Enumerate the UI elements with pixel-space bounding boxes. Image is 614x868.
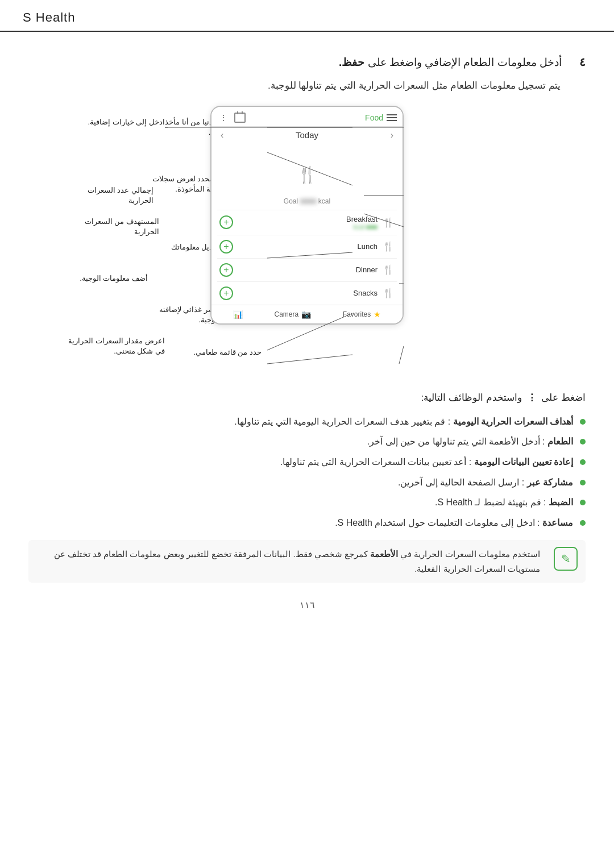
functions-title-suffix: واستخدم الوظائف التالية:: [421, 392, 522, 403]
camera-icon: 📷: [301, 310, 311, 319]
list-item-normal-1: : قم بتغيير هدف السعرات الحرارية اليومية…: [234, 417, 450, 426]
dinner-add-btn[interactable]: +: [219, 263, 233, 277]
meal-row-left-snacks: 🍴 Snacks: [353, 288, 395, 298]
lunch-name: Lunch: [358, 242, 377, 251]
bullet-dot-3: [580, 459, 586, 465]
list-item-bold-2: الطعام: [547, 437, 573, 446]
step-number: ٤: [570, 55, 586, 69]
list-item-daily-goals: أهداف السعرات الحرارية اليومية : قم بتغي…: [28, 414, 586, 429]
goal-kcal-blurred: ■■■■: [300, 197, 317, 205]
diagram-container: اعرض النقاط الدنيا من أنا مأخذ السعرات ا…: [45, 106, 569, 373]
list-item-bold-4: مشاركة عبر: [527, 477, 573, 487]
more-options-icon[interactable]: ⋮: [217, 111, 230, 124]
app-bar-title: Food: [365, 113, 383, 122]
camera-btn[interactable]: 📷 Camera: [275, 310, 312, 319]
bottom-bar: ★ Favorites 📷 Camera 📊: [211, 305, 403, 323]
utensil-icon: 🍴: [297, 165, 317, 184]
list-item-normal-2: : أدخل الأطعمة التي يتم تناولها من حين إ…: [367, 437, 545, 446]
app-bar: Food ⋮: [211, 107, 403, 127]
ann-chart-view: اعرض مقدار السعرات الحرارية في شكل منحنى…: [63, 336, 165, 356]
calendar-icon[interactable]: [234, 113, 246, 123]
main-content: ٤ أدخل معلومات الطعام الإضافي واضغط على …: [0, 49, 614, 645]
lunch-icon: 🍴: [382, 241, 395, 252]
chart-btn[interactable]: 📊: [233, 310, 243, 319]
meal-row-left-lunch: 🍴 Lunch: [358, 241, 395, 252]
note-bold-word: الأطعمة: [368, 549, 398, 559]
phone-mockup: Food ⋮ ‹ Today › 🍴 Goal ■■: [210, 106, 404, 325]
meal-section: 🍴 Breakfast ■■■ kcal + 🍴 Lunch: [211, 210, 403, 305]
bullet-dot-1: [580, 419, 586, 425]
list-item-text-1: أهداف السعرات الحرارية اليومية : قم بتغي…: [234, 414, 573, 429]
bullet-dot-6: [580, 520, 586, 526]
list-item-settings: الضبط : قم بتهيئة لضبط لـ S Health.: [28, 495, 586, 510]
dinner-name: Dinner: [356, 265, 377, 274]
snacks-icon: 🍴: [382, 288, 395, 298]
breakfast-icon: 🍴: [382, 217, 395, 228]
favorites-btn[interactable]: ★ Favorites: [343, 310, 381, 319]
nav-right-arrow[interactable]: ›: [221, 130, 223, 140]
camera-label: Camera: [275, 310, 299, 318]
list-item-normal-6: : ادخل إلى معلومات التعليمات حول استخدام…: [335, 518, 540, 528]
list-item-text-4: مشاركة عبر : ارسل الصفحة الحالية إلى آخر…: [398, 475, 573, 490]
dinner-info: Dinner: [356, 265, 377, 274]
ann-goal-calories: المستهدف من السعرات الحرارية: [63, 217, 159, 237]
menu-icon[interactable]: [387, 114, 397, 121]
functions-title: اضغط على ⋮ واستخدم الوظائف التالية:: [28, 390, 586, 405]
note-pencil-icon: ✎: [554, 547, 578, 571]
meal-row-dinner: 🍴 Dinner +: [217, 258, 397, 281]
functions-list: أهداف السعرات الحرارية اليومية : قم بتغي…: [28, 414, 586, 530]
list-item-bold-5: الضبط: [549, 497, 573, 507]
note-text-content: استخدم معلومات السعرات الحرارية في الأطع…: [36, 547, 540, 576]
calorie-display: 🍴 Goal ■■■■ kcal: [211, 144, 403, 210]
bullet-dot-5: [580, 500, 586, 505]
nav-title: Today: [296, 130, 318, 140]
app-bar-right: ⋮: [217, 111, 246, 124]
bullet-dot-4: [580, 480, 586, 485]
ann-more-options: ادخل إلى خيارات إضافية.: [63, 117, 165, 127]
chart-icon: 📊: [233, 310, 243, 319]
list-item-normal-4: : ارسل الصفحة الحالية إلى آخرين.: [398, 477, 524, 487]
step-4-text: أدخل معلومات الطعام الإضافي واضغط على حف…: [339, 55, 562, 71]
app-bar-left: Food: [365, 113, 397, 122]
meal-row-breakfast: 🍴 Breakfast ■■■ kcal +: [217, 210, 397, 235]
breakfast-info: Breakfast ■■■ kcal: [346, 215, 377, 230]
bullet-dot-2: [580, 439, 586, 445]
list-item-normal-3: : أعد تعيين بيانات السعرات الحرارية التي…: [280, 457, 471, 467]
functions-title-prefix: اضغط على: [541, 392, 586, 403]
list-item-bold-1: أهداف السعرات الحرارية اليومية: [453, 417, 573, 426]
breakfast-add-btn[interactable]: +: [219, 215, 233, 229]
functions-icon-symbol: ⋮: [524, 392, 537, 403]
sub-instruction: يتم تسجيل معلومات الطعام مثل السعرات الح…: [28, 78, 561, 93]
list-item-share: مشاركة عبر : ارسل الصفحة الحالية إلى آخر…: [28, 475, 586, 490]
nav-left-arrow[interactable]: ‹: [391, 130, 393, 140]
step-4-row: ٤ أدخل معلومات الطعام الإضافي واضغط على …: [28, 55, 586, 71]
ann-total-calories: إجمالي عدد السعرات الحرارية: [63, 185, 154, 206]
list-item-bold-6: مساعدة: [542, 518, 573, 528]
list-item-text-5: الضبط : قم بتهيئة لضبط لـ S Health.: [435, 495, 573, 510]
ann-favorites: حدد من قائمة طعامي.: [171, 347, 262, 358]
app-title: S Health: [23, 10, 75, 25]
nav-row: ‹ Today ›: [211, 127, 403, 144]
ann-add-meal: أضف معلومات الوجبة.: [63, 273, 148, 284]
list-item-food: الطعام : أدخل الأطعمة التي يتم تناولها م…: [28, 434, 586, 449]
list-item-text-6: مساعدة : ادخل إلى معلومات التعليمات حول …: [335, 516, 573, 530]
favorites-label: Favorites: [343, 310, 371, 318]
svg-line-4: [267, 355, 352, 364]
page-header: S Health: [0, 0, 614, 32]
list-item-help: مساعدة : ادخل إلى معلومات التعليمات حول …: [28, 516, 586, 530]
snacks-name: Snacks: [353, 289, 377, 297]
snacks-info: Snacks: [353, 289, 377, 297]
page-number: ١١٦: [28, 600, 586, 622]
meal-row-lunch: 🍴 Lunch +: [217, 235, 397, 258]
snacks-add-btn[interactable]: +: [219, 286, 233, 300]
list-item-reset-daily: إعادة تعيين البيانات اليومية : أعد تعيين…: [28, 455, 586, 470]
lunch-add-btn[interactable]: +: [219, 240, 233, 254]
meal-row-left-dinner: 🍴 Dinner: [356, 264, 395, 275]
dinner-icon: 🍴: [382, 264, 395, 275]
meal-row-snacks: 🍴 Snacks +: [217, 281, 397, 305]
meal-row-left-breakfast: 🍴 Breakfast ■■■ kcal: [346, 215, 395, 230]
note-box: ✎ استخدم معلومات السعرات الحرارية في الأ…: [28, 540, 586, 583]
breakfast-name: Breakfast: [346, 215, 377, 223]
list-item-bold-3: إعادة تعيين البيانات اليومية: [474, 457, 573, 467]
functions-section: اضغط على ⋮ واستخدم الوظائف التالية: أهدا…: [28, 390, 586, 583]
